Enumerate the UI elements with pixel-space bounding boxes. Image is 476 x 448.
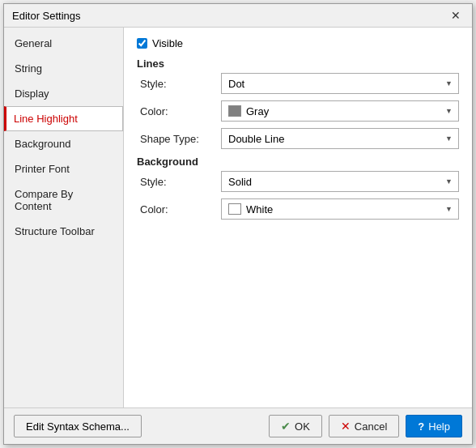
shape-type-select-wrapper: Double Line Single Line Box [221, 128, 459, 149]
bg-color-value: White [246, 203, 273, 215]
background-section-label: Background [137, 156, 459, 168]
dialog-title: Editor Settings [12, 10, 81, 22]
footer-left: Edit Syntax Schema... [14, 415, 142, 437]
edit-syntax-schema-button[interactable]: Edit Syntax Schema... [14, 415, 142, 437]
cancel-label: Cancel [355, 420, 387, 433]
help-button[interactable]: ? Help [406, 415, 462, 437]
shape-type-select[interactable]: Double Line Single Line Box [221, 128, 459, 149]
help-label: Help [428, 420, 450, 433]
dialog-footer: Edit Syntax Schema... ✔ OK ✕ Cancel ? He… [4, 407, 472, 444]
edit-syntax-schema-label: Edit Syntax Schema... [26, 420, 130, 433]
close-button[interactable]: ✕ [448, 9, 464, 22]
sidebar-item-background[interactable]: Background [4, 131, 123, 156]
lines-color-row: Color: Gray [137, 100, 459, 122]
visible-label[interactable]: Visible [152, 37, 183, 49]
bg-style-select-wrapper: Solid None Pattern [221, 171, 459, 192]
sidebar-item-general[interactable]: General [4, 31, 123, 56]
sidebar-item-compare-by-content[interactable]: Compare By Content [4, 181, 123, 219]
editor-settings-dialog: Editor Settings ✕ General String Display… [3, 3, 473, 445]
sidebar: General String Display Line Highlight Ba… [4, 28, 124, 407]
visible-checkbox[interactable] [137, 38, 147, 49]
bg-color-row: Color: White [137, 198, 459, 220]
title-bar: Editor Settings ✕ [4, 4, 472, 28]
sidebar-item-structure-toolbar[interactable]: Structure Toolbar [4, 219, 123, 244]
lines-style-row: Style: Dot Solid Dash DashDot [137, 73, 459, 94]
lines-style-select[interactable]: Dot Solid Dash DashDot [221, 73, 459, 94]
bg-style-select[interactable]: Solid None Pattern [221, 171, 459, 192]
content-area: Visible Lines Style: Dot Solid Dash Dash… [124, 28, 472, 407]
sidebar-item-string[interactable]: String [4, 56, 123, 81]
visible-row: Visible [137, 37, 459, 49]
ok-label: OK [295, 420, 310, 433]
lines-color-swatch [228, 105, 241, 117]
dialog-body: General String Display Line Highlight Ba… [4, 28, 472, 407]
lines-color-display[interactable]: Gray [221, 100, 459, 122]
help-question-icon: ? [418, 420, 424, 433]
lines-section-label: Lines [137, 58, 459, 70]
sidebar-item-printer-font[interactable]: Printer Font [4, 156, 123, 181]
bg-color-select-wrapper[interactable]: White [221, 198, 459, 220]
lines-color-value: Gray [246, 105, 269, 117]
cancel-cross-icon: ✕ [341, 420, 351, 433]
lines-color-label: Color: [140, 105, 221, 117]
ok-check-icon: ✔ [281, 420, 291, 433]
shape-type-label: Shape Type: [140, 133, 221, 145]
bg-color-swatch [228, 203, 241, 215]
cancel-button[interactable]: ✕ Cancel [329, 415, 399, 437]
sidebar-item-display[interactable]: Display [4, 81, 123, 106]
lines-style-label: Style: [140, 78, 221, 90]
shape-type-row: Shape Type: Double Line Single Line Box [137, 128, 459, 149]
bg-color-label: Color: [140, 203, 221, 215]
bg-color-display[interactable]: White [221, 198, 459, 220]
footer-right: ✔ OK ✕ Cancel ? Help [269, 415, 462, 437]
ok-button[interactable]: ✔ OK [269, 415, 322, 437]
bg-style-label: Style: [140, 176, 221, 188]
sidebar-item-line-highlight[interactable]: Line Highlight [4, 106, 123, 131]
lines-color-select-wrapper[interactable]: Gray [221, 100, 459, 122]
bg-style-row: Style: Solid None Pattern [137, 171, 459, 192]
lines-style-select-wrapper: Dot Solid Dash DashDot [221, 73, 459, 94]
